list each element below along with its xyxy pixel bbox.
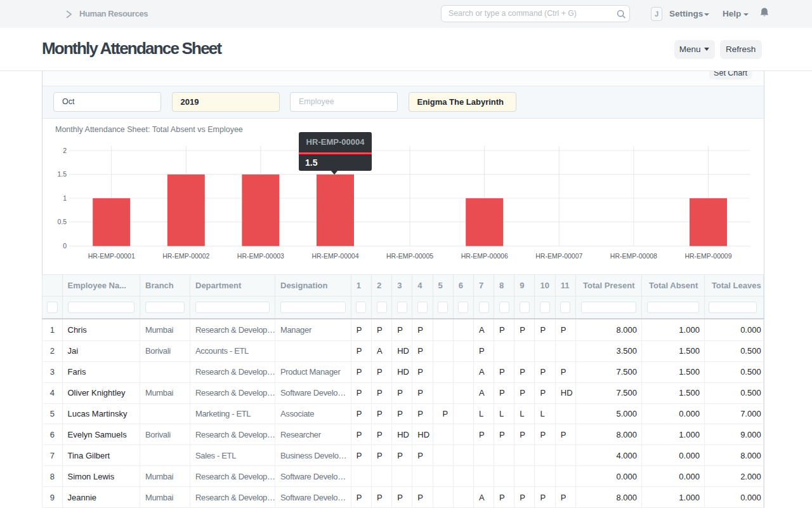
- svg-text:HR-EMP-00003: HR-EMP-00003: [237, 252, 284, 260]
- svg-text:HR-EMP-00007: HR-EMP-00007: [535, 252, 582, 260]
- svg-text:HR-EMP-00006: HR-EMP-00006: [461, 252, 508, 260]
- svg-text:HR-EMP-00005: HR-EMP-00005: [386, 252, 433, 260]
- svg-text:HR-EMP-00002: HR-EMP-00002: [162, 252, 209, 260]
- svg-text:2: 2: [63, 147, 67, 154]
- svg-text:0: 0: [63, 242, 67, 250]
- svg-text:HR-EMP-00008: HR-EMP-00008: [610, 252, 657, 260]
- svg-text:HR-EMP-00009: HR-EMP-00009: [684, 252, 731, 260]
- svg-text:HR-EMP-00001: HR-EMP-00001: [88, 252, 135, 260]
- svg-text:1.5: 1.5: [57, 170, 67, 178]
- svg-text:0.5: 0.5: [57, 218, 67, 225]
- svg-text:1: 1: [63, 194, 67, 202]
- svg-text:HR-EMP-00004: HR-EMP-00004: [311, 252, 358, 260]
